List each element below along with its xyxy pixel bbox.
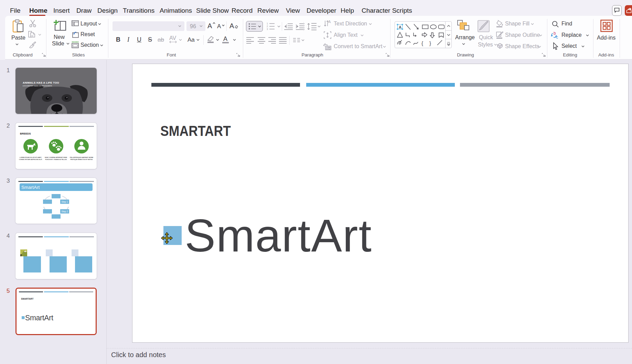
svg-text:A DOCUMENTARY BASED ON TRUE IN: A DOCUMENTARY BASED ON TRUE INCIDENTS (23, 85, 52, 87)
svg-text:CONSECTETUER ADIPISCING ELIT.: CONSECTETUER ADIPISCING ELIT. (19, 159, 42, 160)
svg-text:PELLENTESQUE HABITANT MORBI: PELLENTESQUE HABITANT MORBI (70, 157, 93, 158)
svg-text:Step 1: Step 1 (62, 201, 68, 203)
svg-text:ANIMALS HAS A LIFE TOO: ANIMALS HAS A LIFE TOO (23, 81, 59, 84)
svg-text:Step 2: Step 2 (62, 210, 68, 213)
svg-text:{: { (421, 40, 423, 46)
svg-text:FUSCE EST. VIVAMUS A TELLUS.: FUSCE EST. VIVAMUS A TELLUS. (45, 159, 67, 160)
svg-text:2: 2 (267, 25, 268, 28)
svg-text:SmartArt: SmartArt (21, 185, 40, 190)
svg-text:A: A (328, 20, 331, 24)
svg-text:3: 3 (267, 28, 268, 30)
svg-text:NUNC VIVERRA IMPERDIET ENIM.: NUNC VIVERRA IMPERDIET ENIM. (45, 157, 67, 158)
svg-text:SmartArt: SmartArt (25, 314, 53, 322)
svg-text:A: A (399, 25, 401, 29)
svg-text:1: 1 (267, 22, 268, 25)
svg-text:SMARTART: SMARTART (21, 298, 34, 300)
svg-text:}: } (429, 40, 431, 46)
svg-text:b: b (554, 31, 556, 36)
svg-text:TRISTIQUE SENECTUS ET NETUS.: TRISTIQUE SENECTUS ET NETUS. (70, 159, 93, 160)
svg-text:BREEDS: BREEDS (20, 132, 31, 135)
svg-text:LOREM IPSUM DOLOR SIT AMET,: LOREM IPSUM DOLOR SIT AMET, (20, 157, 42, 158)
